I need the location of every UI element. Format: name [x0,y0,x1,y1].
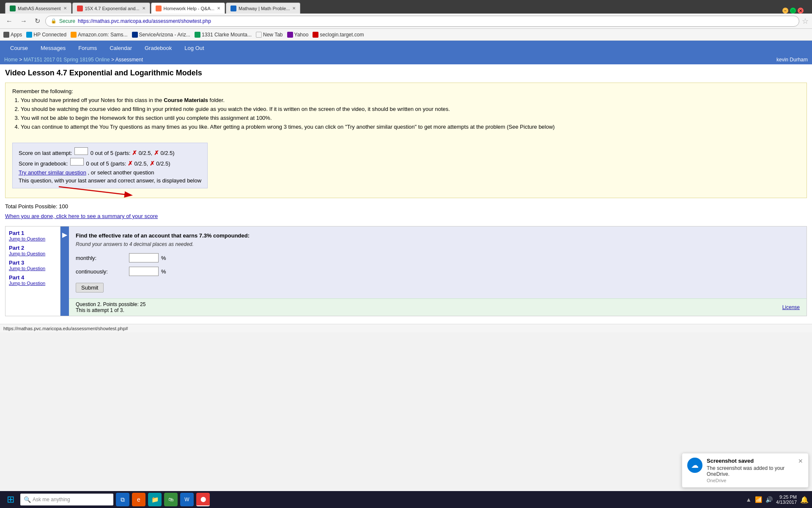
instruction-4: You can continue to attempt the You Try … [21,124,800,130]
reload-button[interactable]: ↻ [32,16,43,26]
tab-label-homework: Homework Help - Q&A... [164,6,214,11]
tab-favicon-15x [77,6,83,11]
toast-icon: ☁ [687,458,702,473]
monthly-percent: % [161,255,166,261]
nav-logout[interactable]: Log Out [178,42,210,54]
tab-favicon-homework [156,6,162,11]
bookmark-apps[interactable]: Apps [3,32,22,38]
tab-favicon-mathas [10,6,16,11]
notifications-icon[interactable]: 🔔 [800,496,809,504]
score-gradebook-label: Score in gradebook: [19,160,68,167]
amazon-icon [71,32,77,38]
part-3-jump[interactable]: Jump to Question [9,266,57,271]
bookmark-sec[interactable]: seclogin.target.com [313,32,364,38]
taskbar-icons: ▲ [746,496,752,503]
task-view-icon: ⧉ [121,496,125,503]
bookmark-1331-label: 1331 Clarke Mounta... [202,32,252,38]
breadcrumb-home[interactable]: Home [4,57,18,63]
x-mark-4: ✗ [150,160,155,167]
breadcrumb: Home > MAT151 2017 01 Spring 18195 Onlin… [4,57,143,63]
tab-close-homework[interactable]: ✕ [217,6,220,11]
toast-body: The screenshot was added to your OneDriv… [707,465,794,477]
part-1-label[interactable]: Part 1 [9,230,57,236]
bookmark-yahoo[interactable]: Yahoo [287,32,309,38]
part-4-label[interactable]: Part 4 [9,274,57,281]
search-placeholder: Ask me anything [33,497,70,502]
instruction-2: You should be watching the course video … [21,106,800,112]
search-icon: 🔍 [24,496,31,503]
bookmark-hp-label: HP Connected [33,32,66,38]
bookmark-newtab[interactable]: New Tab [256,32,283,38]
taskbar-store[interactable]: 🛍 [164,493,178,506]
maximize-button[interactable]: □ [790,8,796,14]
taskbar-time-date: 9:25 PM 4/13/2017 [776,494,797,505]
bookmark-star[interactable]: ☆ [802,17,809,26]
url-display: https://mathas.pvc.maricopa.edu/assessme… [78,18,211,24]
nav-gradebook[interactable]: Gradebook [139,42,178,54]
part-2-label[interactable]: Part 2 [9,245,57,251]
tab-homework[interactable]: Homework Help - Q&A... ✕ [151,3,225,14]
tab-mathway[interactable]: Mathway | Math Proble... ✕ [226,3,300,14]
tab-15x[interactable]: 15X 4.7 Exponential and... ✕ [72,3,150,14]
back-button[interactable]: ← [3,17,15,26]
parts-score-3: 0/2.5, [134,160,148,167]
question-attempt: This is attempt 1 of 3. [76,307,145,313]
window-controls: − □ ✕ [782,8,804,14]
try-similar-link[interactable]: Try another similar question [19,169,86,176]
search-bar[interactable]: 🔍 Ask me anything [20,494,113,505]
bookmark-service[interactable]: ServiceArizona - Ariz... [132,32,190,38]
instruction-3: You will not be able to begin the Homewo… [21,115,800,121]
tab-mathas[interactable]: MathAS Assessment ✕ [5,3,71,14]
tab-close-mathway[interactable]: ✕ [292,6,296,11]
question-footer-info: Question 2. Points possible: 25 This is … [76,301,145,313]
nav-forums[interactable]: Forums [72,42,103,54]
part-3-label[interactable]: Part 3 [9,260,57,266]
submit-button[interactable]: Submit [76,283,104,293]
x-mark-1: ✗ [132,149,137,156]
continuously-input[interactable] [129,267,159,276]
taskbar-word[interactable]: W [180,493,194,506]
nav-messages[interactable]: Messages [35,42,71,54]
apps-icon [3,32,9,38]
browser-frame: MathAS Assessment ✕ 15X 4.7 Exponential … [0,0,812,508]
license-link[interactable]: License [782,304,800,310]
score-last-value: 0 out of 5 (parts: [91,150,131,156]
title-bar: MathAS Assessment ✕ 15X 4.7 Exponential … [0,0,812,14]
network-icon: 📶 [755,496,762,503]
last-answer-note: This question, with your last answer and… [19,177,201,184]
expand-arrow[interactable]: ▶ [60,226,69,316]
taskbar-chrome[interactable]: ⬤ [196,493,210,506]
monthly-input[interactable] [129,253,159,262]
word-icon: W [184,497,189,502]
minimize-button[interactable]: − [782,8,788,14]
taskbar-explorer[interactable]: 📁 [148,493,162,506]
tab-close-mathas[interactable]: ✕ [63,6,67,11]
bookmark-amazon[interactable]: Amazon.com: Sams... [71,32,127,38]
taskbar-left: ⊞ 🔍 Ask me anything ⧉ e 📁 🛍 W ⬤ [3,492,210,507]
tab-close-15x[interactable]: ✕ [142,6,145,11]
taskbar-edge[interactable]: e [132,493,145,506]
forward-button[interactable]: → [18,17,30,26]
bookmark-hp[interactable]: HP Connected [26,32,66,38]
start-button[interactable]: ⊞ [3,492,18,507]
taskbar-task-view[interactable]: ⧉ [116,493,129,506]
breadcrumb-course[interactable]: MAT151 2017 01 Spring 18195 Online [24,57,110,63]
score-box: Score on last attempt: 0 out of 5 (parts… [12,143,208,188]
close-button[interactable]: ✕ [798,8,804,14]
parts-score-1: 0/2.5, [139,150,153,156]
nav-course[interactable]: Course [4,42,34,54]
nav-calendar[interactable]: Calendar [104,42,138,54]
address-bar[interactable]: 🔒 Secure https://mathas.pvc.maricopa.edu… [45,16,799,27]
part-2-jump[interactable]: Jump to Question [9,251,57,256]
summary-link[interactable]: When you are done, click here to see a s… [5,213,158,219]
bookmark-1331[interactable]: 1331 Clarke Mounta... [195,32,252,38]
score-last-input [74,147,88,155]
tab-label-mathway: Mathway | Math Proble... [239,6,290,11]
bookmark-apps-label: Apps [11,32,22,38]
part-1-jump[interactable]: Jump to Question [9,236,57,241]
part-4-nav: Part 4 Jump to Question [9,274,57,286]
toast-close-button[interactable]: ✕ [798,458,803,464]
chrome-icon: ⬤ [200,496,206,502]
part-4-jump[interactable]: Jump to Question [9,281,57,286]
part-1-nav: Part 1 Jump to Question [9,230,57,241]
